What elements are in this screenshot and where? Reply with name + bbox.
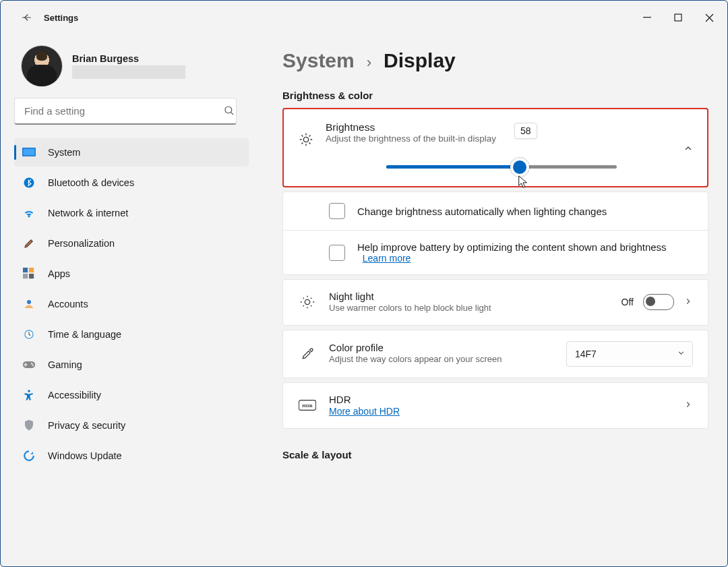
settings-window: Settings Brian Burgess: [0, 0, 728, 567]
sun-icon: [299, 121, 313, 149]
battery-optimize-checkbox[interactable]: [329, 245, 345, 261]
night-light-title: Night light: [329, 291, 609, 302]
sidebar-item-accounts[interactable]: Accounts: [14, 290, 249, 318]
system-icon: [22, 147, 36, 158]
sidebar-nav: System Bluetooth & devices Network & int…: [14, 138, 249, 470]
svg-point-14: [31, 363, 33, 365]
color-profile-title: Color profile: [329, 342, 554, 353]
back-button[interactable]: [13, 4, 40, 31]
hdr-icon: HDR: [298, 399, 317, 411]
sidebar-item-label: Apps: [48, 268, 70, 279]
color-profile-subtitle: Adjust the way colors appear on your scr…: [329, 353, 554, 365]
update-icon: [22, 450, 36, 462]
maximize-button[interactable]: [663, 5, 694, 30]
sidebar-item-system[interactable]: System: [14, 138, 249, 167]
search-input[interactable]: [14, 98, 237, 125]
svg-rect-8: [23, 274, 28, 278]
brightness-value-tooltip: 58: [514, 123, 537, 139]
time-icon: [22, 328, 36, 340]
slider-thumb[interactable]: [510, 158, 529, 177]
bluetooth-icon: [22, 177, 36, 189]
sidebar-item-label: Privacy & security: [48, 420, 125, 431]
privacy-icon: [22, 419, 36, 431]
svg-point-19: [305, 300, 309, 305]
svg-point-10: [27, 300, 31, 304]
sidebar-item-privacy[interactable]: Privacy & security: [14, 411, 249, 440]
night-light-state: Off: [621, 297, 634, 307]
minimize-button[interactable]: [632, 5, 663, 30]
auto-brightness-label: Change brightness automatically when lig…: [357, 206, 693, 217]
sidebar: Brian Burgess System: [1, 34, 257, 566]
app-title: Settings: [44, 13, 78, 23]
section-scale-layout: Scale & layout: [282, 449, 708, 460]
breadcrumb: System › Display: [282, 49, 708, 72]
color-profile-select[interactable]: 14F7: [566, 341, 693, 367]
auto-brightness-card: Change brightness automatically when lig…: [282, 191, 708, 275]
battery-optimize-row[interactable]: Help improve battery by optimizing the c…: [283, 230, 708, 274]
brightness-subtitle: Adjust the brightness of the built-in di…: [326, 133, 692, 144]
brightness-card: Brightness Adjust the brightness of the …: [282, 108, 708, 187]
titlebar: Settings: [1, 1, 727, 34]
breadcrumb-parent[interactable]: System: [282, 49, 355, 72]
cursor-icon: [517, 175, 529, 189]
gaming-icon: [22, 360, 36, 369]
account-icon: [22, 298, 36, 310]
hdr-more-link[interactable]: More about HDR: [329, 406, 400, 417]
close-button[interactable]: [694, 5, 725, 30]
minimize-icon: [643, 13, 651, 22]
sidebar-item-label: Network & internet: [48, 208, 128, 218]
svg-point-15: [32, 365, 34, 367]
apps-icon: [22, 268, 36, 280]
sidebar-item-network[interactable]: Network & internet: [14, 199, 249, 227]
profile[interactable]: Brian Burgess: [14, 40, 249, 92]
svg-point-18: [303, 137, 308, 142]
svg-point-16: [28, 390, 30, 392]
sidebar-item-label: Accounts: [48, 299, 88, 309]
svg-rect-4: [24, 149, 35, 156]
maximize-icon: [674, 13, 682, 22]
svg-point-5: [24, 178, 34, 188]
auto-brightness-row[interactable]: Change brightness automatically when lig…: [283, 192, 708, 230]
night-light-icon: [298, 295, 317, 309]
sidebar-item-time[interactable]: Time & language: [14, 320, 249, 349]
sidebar-item-gaming[interactable]: Gaming: [14, 351, 249, 379]
brightness-title: Brightness: [326, 121, 692, 133]
battery-optimize-learn-more[interactable]: Learn more: [363, 253, 411, 264]
search: [14, 98, 249, 125]
wifi-icon: [22, 208, 36, 218]
sidebar-item-apps[interactable]: Apps: [14, 260, 249, 288]
chevron-right-icon: ›: [367, 54, 371, 71]
eyedropper-icon: [298, 347, 317, 361]
hdr-card[interactable]: HDR HDR More about HDR: [282, 382, 708, 429]
sidebar-item-accessibility[interactable]: Accessibility: [14, 381, 249, 409]
night-light-card[interactable]: Night light Use warmer colors to help bl…: [282, 279, 708, 326]
sidebar-item-label: Windows Update: [48, 450, 122, 461]
svg-rect-9: [29, 274, 34, 278]
svg-rect-0: [643, 17, 651, 18]
sidebar-item-label: Personalization: [48, 238, 115, 249]
auto-brightness-checkbox[interactable]: [329, 203, 345, 219]
sidebar-item-bluetooth[interactable]: Bluetooth & devices: [14, 169, 249, 197]
svg-text:HDR: HDR: [302, 404, 313, 409]
chevron-right-icon: [684, 297, 693, 308]
chevron-right-icon: [684, 400, 693, 411]
night-light-toggle[interactable]: [643, 294, 674, 310]
collapse-button[interactable]: [683, 143, 694, 156]
brightness-slider[interactable]: [386, 165, 617, 169]
sidebar-item-personalization[interactable]: Personalization: [14, 229, 249, 258]
svg-point-2: [225, 107, 232, 113]
sidebar-item-label: Time & language: [48, 329, 121, 340]
main-content: System › Display Brightness & color Brig…: [257, 34, 727, 566]
arrow-left-icon: [20, 11, 32, 24]
page-title: Display: [384, 49, 456, 72]
section-brightness-color: Brightness & color: [282, 90, 708, 101]
profile-email-redacted: [72, 65, 185, 79]
color-profile-card[interactable]: Color profile Adjust the way colors appe…: [282, 330, 708, 378]
svg-rect-7: [29, 268, 34, 272]
search-icon: [223, 105, 235, 119]
chevron-down-icon: [677, 349, 686, 359]
sidebar-item-label: Gaming: [48, 359, 82, 370]
accessibility-icon: [22, 389, 36, 401]
sidebar-item-label: Accessibility: [48, 390, 101, 400]
sidebar-item-update[interactable]: Windows Update: [14, 442, 249, 470]
